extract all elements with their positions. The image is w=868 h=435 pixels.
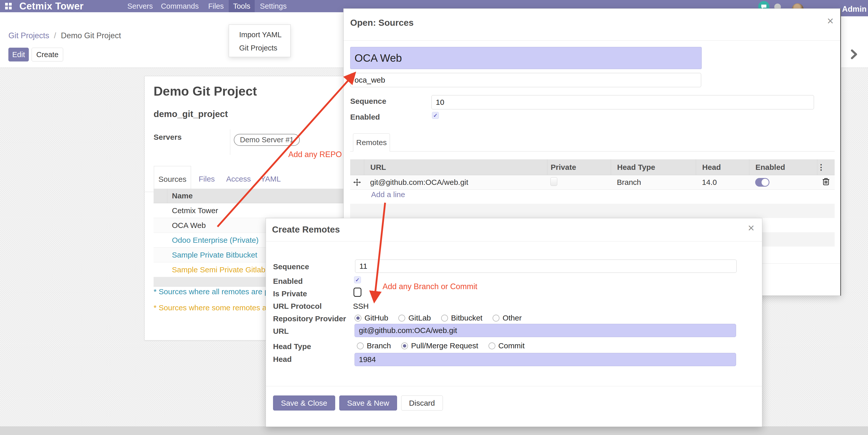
sequence-input[interactable]: 11: [355, 260, 737, 273]
head-type-label: Head Type: [273, 342, 311, 351]
radio-branch-label: Branch: [367, 341, 391, 350]
remotes-tab-row: [350, 133, 835, 151]
user-menu[interactable]: Admin: [841, 0, 868, 16]
servers-field-label: Servers: [154, 133, 182, 142]
remote-url-cell: git@github.com:OCA/web.git: [364, 178, 547, 187]
radio-commit[interactable]: [489, 343, 495, 349]
radio-pull-merge-request-label: Pull/Merge Request: [411, 341, 478, 350]
save-and-close-button[interactable]: Save & Close: [273, 396, 335, 410]
sequence-label: Sequence: [273, 262, 309, 271]
discard-button[interactable]: Discard: [401, 396, 443, 410]
breadcrumb-current: Demo Git Project: [61, 31, 121, 40]
breadcrumb-separator: /: [52, 31, 59, 40]
nav-item-tools[interactable]: Tools: [229, 0, 255, 12]
nav-item-commands[interactable]: Commands: [156, 0, 203, 12]
url-protocol-value: SSH: [353, 302, 369, 311]
private-checkbox[interactable]: [550, 177, 557, 186]
nav-item-files[interactable]: Files: [205, 0, 227, 12]
create-remotes-dialog: Create Remotes × Sequence 11 Enabled ✓ I…: [266, 218, 762, 427]
menu-item-git-projects[interactable]: Git Projects: [229, 42, 290, 54]
head-column-header: Head: [696, 160, 749, 175]
radio-bitbucket[interactable]: [441, 315, 448, 322]
remote-head-type-cell: Branch: [611, 178, 696, 187]
is-private-label: Is Private: [273, 289, 307, 298]
radio-commit-label: Commit: [498, 341, 525, 350]
project-code: demo_git_project: [154, 109, 228, 119]
pager-next-button[interactable]: [848, 48, 860, 61]
remotes-table: URL Private Head Type Head Enabled ⋮ git…: [350, 160, 835, 190]
drag-handle-icon: [353, 178, 361, 186]
enabled-label: Enabled: [273, 277, 303, 286]
source-name: Cetmix Tower: [167, 206, 218, 215]
breadcrumb: Git Projects / Demo Git Project: [8, 31, 121, 40]
enabled-column-header: Enabled: [749, 160, 817, 175]
remote-row[interactable]: git@github.com:OCA/web.git Branch 14.0: [350, 175, 835, 190]
create-button[interactable]: Create: [32, 48, 63, 61]
server-badge[interactable]: Demo Server #1: [234, 134, 300, 146]
save-and-new-button[interactable]: Save & New: [339, 396, 397, 410]
close-icon[interactable]: ×: [827, 16, 834, 26]
tab-files[interactable]: Files: [199, 166, 215, 192]
tools-dropdown-menu: Import YAML Git Projects: [229, 25, 290, 57]
dialog-footer: Save & Close Save & New Discard: [273, 396, 443, 410]
head-input[interactable]: 1984: [354, 353, 736, 366]
tab-remotes[interactable]: Remotes: [353, 133, 390, 151]
head-type-column-header: Head Type: [611, 160, 696, 175]
footnote-private-sources: * Sources where all remotes are pri: [154, 287, 273, 296]
user-name-label: Admin: [842, 5, 866, 14]
source-name: OCA Web: [167, 221, 206, 230]
radio-bitbucket-label: Bitbucket: [451, 314, 483, 322]
footer-divider: [266, 386, 762, 386]
source-name: Sample Semi Private Gitlab: [167, 265, 266, 274]
url-input[interactable]: git@github.com:OCA/web.git: [354, 324, 736, 337]
optional-columns-button[interactable]: ⋮: [817, 160, 835, 175]
enabled-checkbox[interactable]: ✓: [432, 112, 439, 119]
apps-menu-icon[interactable]: [5, 3, 12, 9]
radio-pull-merge-request[interactable]: [401, 343, 408, 349]
radio-github-label: GitHub: [365, 314, 388, 322]
select-column[interactable]: [154, 189, 167, 203]
nav-item-settings[interactable]: Settings: [257, 0, 290, 12]
dialog-title: Create Remotes: [272, 224, 340, 235]
tab-access[interactable]: Access: [226, 166, 251, 192]
radio-other-label: Other: [502, 314, 522, 322]
edit-button[interactable]: Edit: [8, 48, 29, 61]
head-type-radios: Branch Pull/Merge Request Commit: [357, 341, 525, 350]
url-protocol-label: URL Protocol: [273, 302, 322, 311]
branch-annotation-text: Add any Branch or Commit: [382, 282, 477, 291]
sequence-input[interactable]: 10: [431, 95, 814, 109]
delete-icon[interactable]: [823, 177, 830, 185]
repository-provider-label: Repository Provider: [273, 314, 346, 323]
breadcrumb-parent-link[interactable]: Git Projects: [8, 31, 49, 40]
source-name: Odoo Enterprise (Private): [167, 236, 258, 244]
enabled-checkbox[interactable]: ✓: [354, 277, 361, 283]
drag-handle[interactable]: [350, 178, 364, 186]
menu-item-import-yaml[interactable]: Import YAML: [229, 29, 290, 40]
head-label: Head: [273, 355, 291, 364]
header-divider: [344, 40, 840, 40]
radio-github[interactable]: [354, 315, 362, 322]
is-private-checkbox[interactable]: [353, 288, 362, 297]
app-brand[interactable]: Cetmix Tower: [19, 0, 84, 12]
repo-annotation-text: Add any REPO: [288, 150, 342, 159]
source-code-input[interactable]: oca_web: [350, 73, 701, 87]
close-icon[interactable]: ×: [748, 223, 754, 233]
enabled-toggle[interactable]: [755, 178, 769, 187]
dialog-title: Open: Sources: [350, 18, 414, 28]
radio-other[interactable]: [493, 315, 499, 322]
enabled-label: Enabled: [350, 113, 380, 121]
nav-item-servers[interactable]: Servers: [125, 0, 156, 12]
radio-gitlab[interactable]: [398, 315, 405, 322]
url-label: URL: [273, 327, 289, 336]
private-column-header: Private: [547, 160, 611, 175]
source-name-input[interactable]: OCA Web: [350, 47, 702, 69]
add-a-line-link[interactable]: Add a line: [371, 190, 405, 199]
sequence-label: Sequence: [350, 97, 386, 106]
tab-sources[interactable]: Sources: [154, 166, 191, 192]
radio-gitlab-label: GitLab: [408, 314, 431, 322]
project-title: Demo Git Project: [154, 84, 257, 99]
radio-branch[interactable]: [357, 343, 364, 349]
repository-provider-radios: GitHub GitLab Bitbucket Other: [354, 314, 522, 322]
footnote-semi-private-sources: * Sources where some remotes are: [154, 303, 273, 312]
tab-yaml[interactable]: YAML: [260, 166, 281, 192]
